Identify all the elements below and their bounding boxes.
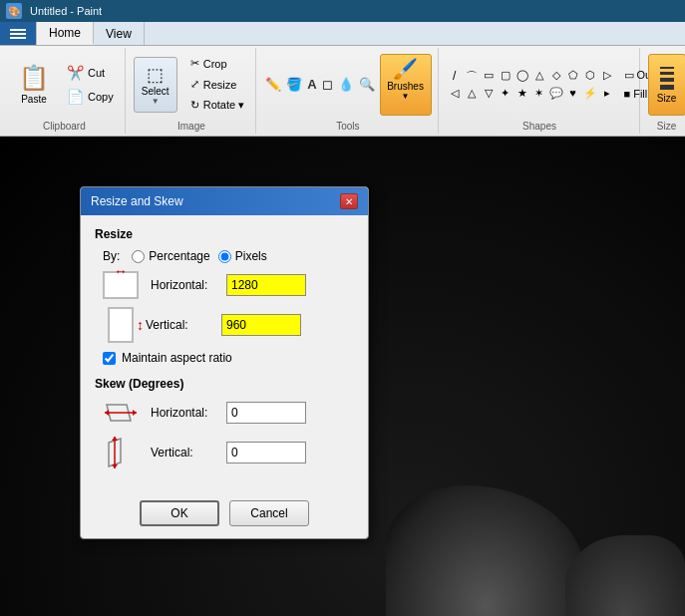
app-menu-button[interactable]	[0, 22, 37, 45]
tools-content: ✏️ 🪣 A ◻ 💧 🔍 🖌️ Brushes ▼	[264, 50, 431, 119]
shape-star5[interactable]: ★	[514, 87, 530, 100]
dialog-body: Resize By: Percentage Pixels	[81, 215, 368, 490]
pixels-option: Pixels	[235, 249, 267, 263]
percentage-radio[interactable]	[132, 250, 145, 263]
shapes-content: / ⌒ ▭ ▢ ◯ △ ◇ ⬠ ⬡ ▷ ◁ △ ▽ ✦ ★ ✶ 💬	[447, 50, 633, 119]
size-line2	[660, 72, 674, 75]
menu-line	[10, 37, 26, 39]
main-area: Resize and Skew ✕ Resize By: Percentage …	[0, 137, 685, 616]
image-content: ⬚ Select ▼ ✂ Crop ⤢ Resize ↻	[134, 50, 249, 119]
colorpicker-icon[interactable]: 💧	[337, 76, 355, 93]
select-button[interactable]: ⬚ Select ▼	[134, 57, 177, 113]
horizontal-resize-row: ↔ Horizontal:	[103, 271, 354, 299]
resize-by-row: By: Percentage Pixels	[103, 249, 354, 263]
maintain-aspect-checkbox[interactable]	[103, 352, 116, 365]
resize-label: Resize	[203, 79, 237, 91]
dialog-footer: OK Cancel	[81, 490, 368, 538]
brushes-icon: 🖌️	[393, 57, 418, 81]
rotate-button[interactable]: ↻ Rotate ▾	[185, 96, 249, 115]
app-icon: 🎨	[6, 3, 22, 19]
shape-curve[interactable]: ⌒	[464, 69, 480, 86]
arrow-horizontal-icon: ↔	[114, 263, 128, 279]
ribbon-group-clipboard: 📋 Paste ✂️ Cut 📄 Copy Clipboard	[4, 48, 126, 134]
image-label: Image	[134, 119, 249, 132]
brushes-button[interactable]: 🖌️ Brushes ▼	[380, 54, 432, 116]
tab-view[interactable]: View	[94, 22, 145, 45]
clipboard-content: 📋 Paste ✂️ Cut 📄 Copy	[10, 50, 119, 119]
shape-down-arrow[interactable]: ▽	[481, 87, 497, 100]
shape-heart[interactable]: ♥	[565, 87, 581, 100]
skew-horizontal-input[interactable]	[226, 402, 306, 424]
menu-line	[10, 33, 26, 35]
cut-button[interactable]: ✂️ Cut	[62, 62, 119, 84]
svg-marker-6	[112, 437, 118, 441]
cancel-button[interactable]: Cancel	[229, 500, 309, 526]
dialog-title-bar: Resize and Skew ✕	[81, 187, 368, 215]
brushes-chevron: ▼	[402, 92, 410, 101]
shape-more[interactable]: ▸	[599, 87, 615, 100]
shape-star4[interactable]: ✦	[498, 87, 514, 100]
magnifier-icon[interactable]: 🔍	[358, 76, 376, 93]
image-col2: ✂ Crop ⤢ Resize ↻ Rotate ▾	[185, 54, 249, 115]
crop-button[interactable]: ✂ Crop	[185, 54, 249, 73]
shape-lightning[interactable]: ⚡	[582, 87, 598, 100]
shape-left-arrow[interactable]: ◁	[447, 87, 463, 100]
eraser-icon[interactable]: ◻	[321, 76, 334, 93]
resize-horizontal-icon: ↔	[103, 271, 139, 299]
maintain-aspect-row: Maintain aspect ratio	[103, 351, 354, 365]
skew-v-svg	[103, 435, 139, 470]
svg-marker-2	[133, 410, 137, 416]
crop-label: Crop	[203, 58, 227, 70]
skew-vertical-row: Vertical:	[103, 435, 354, 470]
shape-line[interactable]: /	[447, 69, 463, 86]
shape-diamond[interactable]: ◇	[548, 69, 564, 86]
skew-horizontal-label: Horizontal:	[151, 406, 220, 420]
shape-hex[interactable]: ⬡	[582, 69, 598, 86]
size-label: Size	[657, 93, 676, 104]
percentage-radio-label[interactable]: Percentage	[132, 249, 209, 263]
skew-horizontal-row: Horizontal:	[103, 399, 354, 427]
shape-rect[interactable]: ▭	[481, 69, 497, 86]
cut-label: Cut	[88, 67, 105, 79]
fill-icon: ■	[624, 88, 631, 100]
shape-up-arrow[interactable]: △	[464, 87, 480, 100]
tool-icons: ✏️ 🪣 A ◻ 💧 🔍	[264, 76, 375, 93]
resize-icon: ⤢	[190, 78, 199, 91]
shape-ellipse[interactable]: ◯	[514, 69, 530, 86]
ribbon: Home View 📋 Paste ✂️ Cut 📄 Copy	[0, 22, 685, 137]
paste-icon: 📋	[19, 64, 49, 92]
rotate-label: Rotate ▾	[203, 99, 244, 112]
size-button[interactable]: Size	[648, 54, 685, 116]
fill-tool-icon[interactable]: 🪣	[285, 76, 303, 93]
shape-callout[interactable]: 💬	[548, 87, 564, 100]
horizontal-input[interactable]	[226, 274, 306, 296]
copy-button[interactable]: 📄 Copy	[62, 86, 119, 108]
shape-pentagon[interactable]: ⬠	[565, 69, 581, 86]
resize-button[interactable]: ⤢ Resize	[185, 75, 249, 94]
text-icon[interactable]: A	[306, 76, 317, 93]
tab-home[interactable]: Home	[37, 22, 94, 45]
shape-triangle[interactable]: △	[531, 69, 547, 86]
resize-section-title: Resize	[95, 227, 354, 241]
paste-label: Paste	[21, 94, 47, 106]
crop-icon: ✂	[190, 57, 199, 70]
pixels-radio[interactable]	[218, 250, 231, 263]
resize-skew-dialog: Resize and Skew ✕ Resize By: Percentage …	[80, 186, 369, 539]
vertical-label: Vertical:	[146, 318, 215, 332]
shape-right-arrow[interactable]: ▷	[599, 69, 615, 86]
vertical-input[interactable]	[221, 314, 301, 336]
pencil-icon[interactable]: ✏️	[264, 76, 282, 93]
dialog-close-button[interactable]: ✕	[340, 193, 358, 209]
skew-vertical-icon	[103, 435, 139, 470]
pixels-radio-label[interactable]: Pixels	[218, 249, 267, 263]
dialog-title-text: Resize and Skew	[91, 194, 183, 208]
shapes-grid: / ⌒ ▭ ▢ ◯ △ ◇ ⬠ ⬡ ▷ ◁ △ ▽ ✦ ★ ✶ 💬	[447, 69, 615, 100]
by-label: By:	[103, 249, 120, 263]
skew-horizontal-icon	[103, 399, 139, 427]
shape-star6[interactable]: ✶	[531, 87, 547, 100]
skew-vertical-input[interactable]	[226, 442, 306, 463]
shape-roundrect[interactable]: ▢	[498, 69, 514, 86]
paste-button[interactable]: 📋 Paste	[10, 55, 58, 115]
cut-icon: ✂️	[67, 65, 84, 81]
ok-button[interactable]: OK	[140, 500, 219, 526]
